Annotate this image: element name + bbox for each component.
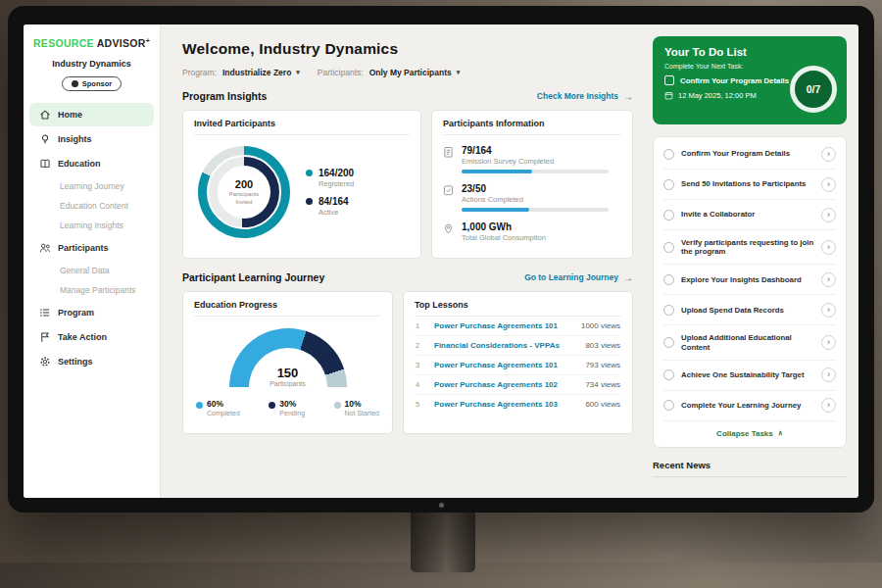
lesson-row: 4 Power Purchase Agreements 102 734 view… bbox=[415, 375, 621, 395]
task-chevron-icon[interactable]: › bbox=[821, 147, 836, 162]
legend-item-not-started: 10% Not Started bbox=[334, 399, 379, 416]
lesson-link[interactable]: Power Purchase Agreements 102 bbox=[434, 380, 579, 389]
program-insights-title: Program Insights bbox=[182, 90, 267, 102]
sidebar-item-manage-participants[interactable]: Manage Participants bbox=[29, 280, 154, 300]
task-checkbox-icon[interactable] bbox=[663, 149, 674, 160]
sidebar-item-program[interactable]: Program bbox=[29, 301, 154, 324]
chevron-down-icon: ▾ bbox=[457, 69, 461, 76]
sponsor-badge[interactable]: Sponsor bbox=[62, 76, 122, 91]
info-row-consumption: 1,000 GWh Total Global Consumption bbox=[443, 221, 621, 242]
legend-dot-icon bbox=[334, 402, 341, 409]
sidebar-sub-label: General Data bbox=[60, 266, 110, 275]
task-checkbox-icon[interactable] bbox=[663, 369, 674, 380]
todo-next-task[interactable]: Confirm Your Program Details bbox=[664, 75, 792, 85]
task-label: Confirm Your Program Details bbox=[681, 149, 814, 159]
task-row-invite-collaborator[interactable]: Invite a Collaborator › bbox=[663, 200, 836, 230]
legend-item-registered: 164/200 Registered bbox=[306, 168, 354, 188]
task-chevron-icon[interactable]: › bbox=[821, 335, 836, 350]
gauge-value: 150 bbox=[229, 366, 347, 380]
learning-cards-row: Education Progress 150 Participants 60 bbox=[182, 291, 633, 434]
todo-next-task-label: Confirm Your Program Details bbox=[680, 76, 789, 85]
logo-secondary: ADVISOR+ bbox=[97, 37, 150, 49]
learning-journey-header: Participant Learning Journey Go to Learn… bbox=[182, 271, 633, 283]
lesson-rank: 2 bbox=[416, 341, 428, 350]
sidebar-item-settings[interactable]: Settings bbox=[29, 350, 154, 373]
lesson-row: 3 Power Purchase Agreements 101 793 view… bbox=[415, 356, 621, 375]
sidebar-item-label: Participants bbox=[58, 243, 109, 253]
lesson-link[interactable]: Power Purchase Agreements 101 bbox=[434, 361, 579, 369]
gauge-label: Participants bbox=[229, 380, 347, 387]
task-label: Achieve One Sustainability Target bbox=[681, 370, 814, 380]
sidebar-item-education[interactable]: Education bbox=[29, 152, 154, 175]
legend-pct: 30% bbox=[279, 399, 296, 409]
task-chevron-icon[interactable]: › bbox=[821, 240, 836, 255]
logo-primary: RESOURCE bbox=[33, 37, 94, 49]
todo-due-date: 12 May 2025, 12:00 PM bbox=[678, 91, 757, 100]
sidebar-item-participants[interactable]: Participants bbox=[29, 236, 154, 260]
task-checkbox-icon[interactable] bbox=[663, 400, 674, 411]
lesson-row: 5 Power Purchase Agreements 103 600 view… bbox=[415, 395, 621, 414]
task-chevron-icon[interactable]: › bbox=[821, 303, 836, 318]
task-chevron-icon[interactable]: › bbox=[821, 208, 836, 222]
task-row-send-invitations[interactable]: Send 50 Invitations to Participants › bbox=[663, 170, 836, 200]
task-row-confirm-program[interactable]: Confirm Your Program Details › bbox=[663, 139, 836, 170]
app-logo: RESOURCE ADVISOR+ bbox=[24, 36, 160, 49]
task-chevron-icon[interactable]: › bbox=[821, 177, 836, 192]
check-more-insights-link[interactable]: Check More Insights → bbox=[537, 91, 633, 102]
insights-cards-row: Invited Participants 200 Participants In… bbox=[182, 110, 633, 259]
sidebar-item-learning-insights[interactable]: Learning Insights bbox=[29, 216, 154, 235]
todo-progress-count: 0/7 bbox=[807, 83, 821, 95]
survey-icon bbox=[443, 146, 454, 158]
sidebar-item-learning-journey[interactable]: Learning Journey bbox=[29, 176, 154, 196]
learning-journey-title: Participant Learning Journey bbox=[182, 271, 324, 283]
task-row-upload-educational-content[interactable]: Upload Additional Educational Content › bbox=[663, 325, 836, 360]
program-filter-dropdown[interactable]: Industrialize Zero ▾ bbox=[222, 68, 300, 77]
logo-plus: + bbox=[146, 36, 150, 43]
sponsor-badge-label: Sponsor bbox=[82, 79, 112, 88]
task-checkbox-icon[interactable] bbox=[663, 179, 674, 190]
info-label: Total Global Consumption bbox=[462, 233, 546, 242]
legend-dot-icon bbox=[306, 170, 313, 176]
education-progress-card: Education Progress 150 Participants 60 bbox=[182, 291, 393, 434]
task-row-verify-participants[interactable]: Verify participants requesting to join t… bbox=[663, 230, 836, 265]
sidebar-item-label: Program bbox=[58, 308, 94, 318]
go-to-learning-journey-link[interactable]: Go to Learning Journey → bbox=[524, 272, 633, 283]
sidebar-item-home[interactable]: Home bbox=[29, 103, 154, 126]
sidebar-item-education-content[interactable]: Education Content bbox=[29, 196, 154, 216]
task-checkbox-icon[interactable] bbox=[663, 210, 674, 220]
task-row-achieve-target[interactable]: Achieve One Sustainability Target › bbox=[663, 361, 836, 391]
participants-filter-dropdown[interactable]: Only My Participants ▾ bbox=[369, 68, 461, 77]
task-checkbox-icon[interactable] bbox=[663, 274, 674, 285]
lesson-link[interactable]: Financial Considerations - VPPAs bbox=[434, 341, 579, 350]
task-checkbox-icon[interactable] bbox=[663, 305, 674, 316]
sidebar-item-insights[interactable]: Insights bbox=[29, 127, 154, 151]
sidebar-item-label: Insights bbox=[58, 134, 92, 144]
task-checkbox-icon[interactable] bbox=[663, 337, 674, 348]
lesson-link[interactable]: Power Purchase Agreements 101 bbox=[434, 321, 575, 330]
sidebar-item-general-data[interactable]: General Data bbox=[29, 261, 154, 280]
monitor-stand bbox=[411, 510, 475, 572]
sidebar-sub-label: Education Content bbox=[60, 201, 128, 211]
invited-legend: 164/200 Registered 84/164 Active bbox=[306, 160, 354, 224]
task-label: Upload Spend Data Records bbox=[681, 306, 814, 316]
task-chevron-icon[interactable]: › bbox=[821, 398, 836, 413]
program-icon bbox=[39, 307, 51, 318]
lesson-link[interactable]: Power Purchase Agreements 103 bbox=[434, 400, 579, 409]
task-label: Complete Your Learning Journey bbox=[681, 401, 814, 411]
task-checkbox-icon[interactable] bbox=[663, 242, 674, 253]
task-row-explore-insights[interactable]: Explore Your Insights Dashboard › bbox=[663, 265, 836, 295]
actions-icon bbox=[443, 184, 454, 196]
task-chevron-icon[interactable]: › bbox=[821, 368, 836, 382]
sidebar-item-take-action[interactable]: Take Action bbox=[29, 325, 154, 349]
divider bbox=[653, 476, 847, 477]
task-chevron-icon[interactable]: › bbox=[821, 272, 836, 287]
task-row-upload-spend-data[interactable]: Upload Spend Data Records › bbox=[663, 295, 836, 325]
insights-icon bbox=[39, 133, 51, 145]
collapse-tasks-button[interactable]: Collapse Tasks ∧ bbox=[663, 421, 836, 442]
main-content: Welcome, Industry Dynamics Program: Indu… bbox=[161, 24, 651, 498]
arrow-right-icon: → bbox=[623, 91, 633, 102]
lesson-views: 600 views bbox=[585, 400, 620, 409]
checkbox-icon[interactable] bbox=[664, 75, 674, 85]
task-row-complete-learning-journey[interactable]: Complete Your Learning Journey › bbox=[663, 391, 836, 421]
sidebar-item-label: Settings bbox=[58, 357, 93, 367]
